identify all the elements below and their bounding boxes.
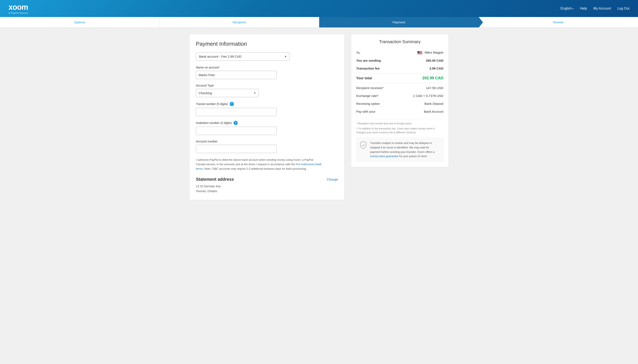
name-on-account-input[interactable] xyxy=(196,71,277,79)
account-type-group: Account Type Checking Savings xyxy=(196,84,338,97)
recipient-receives-value: 147.56 USD xyxy=(426,86,444,90)
fee-label: Transaction fee xyxy=(356,66,380,70)
account-type-select[interactable]: Checking Savings xyxy=(196,89,258,97)
account-number-label: Account number xyxy=(196,140,338,143)
xoom-logo: xoom xyxy=(8,3,28,12)
auth-text: I authorize PayPal to debit the above ba… xyxy=(196,158,324,171)
total-value: 202.99 CAD xyxy=(422,76,444,80)
account-number-group: Account number xyxy=(196,140,338,153)
header-nav: English ▾ Help My Account Log Out xyxy=(560,6,630,10)
main-content: Payment Information Bank account - Fee 2… xyxy=(181,28,457,206)
step-review[interactable]: Review xyxy=(479,17,638,28)
logo-text: xoom xyxy=(8,3,28,12)
step-review-label: Review xyxy=(553,20,564,24)
auth-text-after: . Note: CIBC accounts may require 2-3 ad… xyxy=(203,167,307,170)
paypal-sub-logo: A PayPal Service xyxy=(8,12,28,14)
payment-info-panel: Payment Information Bank account - Fee 2… xyxy=(189,34,344,200)
summary-pay-with-row: Pay with your Bank Account xyxy=(356,108,444,116)
institution-number-label: Institution number (3 digits) ? xyxy=(196,121,338,125)
guarantee-section: Transfers subject to review and may be d… xyxy=(356,138,444,162)
step-payment[interactable]: Payment xyxy=(319,17,479,28)
account-type-select-wrapper: Checking Savings xyxy=(196,89,258,97)
institution-number-input[interactable] xyxy=(196,127,277,135)
statement-title: Statement address xyxy=(196,177,234,182)
account-number-input[interactable] xyxy=(196,145,277,153)
my-account-link[interactable]: My Account xyxy=(593,6,611,10)
receiving-option-label: Receiving option xyxy=(356,102,380,106)
summary-exchange-row: Exchange rate† 1 CAD = 0.7378 USD xyxy=(356,92,444,100)
recipient-name: Miles Magpie xyxy=(425,50,444,54)
summary-fee-row: Transaction fee 2.99 CAD xyxy=(356,64,444,72)
log-out-link[interactable]: Log Out xyxy=(617,6,630,10)
exchange-rate-value: 1 CAD = 0.7378 USD xyxy=(413,94,444,98)
step-options[interactable]: Options xyxy=(0,17,160,28)
guarantee-text: Transfers subject to review and may be d… xyxy=(370,141,440,158)
logo-area: xoom A PayPal Service xyxy=(8,3,28,14)
name-on-account-group: Name on account xyxy=(196,66,338,79)
transaction-summary-panel: Transaction Summary To: Miles Magpie You… xyxy=(351,34,449,167)
step-recipient[interactable]: Recipient xyxy=(160,17,320,28)
step-options-label: Options xyxy=(74,20,85,24)
to-value: Miles Magpie xyxy=(417,50,444,54)
receiving-option-value: Bank Deposit xyxy=(424,102,444,106)
sending-value: 200.00 CAD xyxy=(426,59,444,62)
summary-total-row: Your total 202.99 CAD xyxy=(356,73,444,83)
footnote-2: † *In addition to the transaction fee, X… xyxy=(356,127,444,134)
account-type-label: Account Type xyxy=(196,84,338,87)
language-label: English xyxy=(560,6,572,10)
page-title: Payment Information xyxy=(196,40,338,47)
pay-with-value: Bank Account xyxy=(424,110,444,113)
transit-number-label: Transit number (5 digits) ? xyxy=(196,102,338,106)
shield-icon xyxy=(360,141,367,150)
statement-address: 13 St Germain Ave Toronto, Ontario xyxy=(196,184,338,194)
change-address-link[interactable]: Change xyxy=(327,178,338,181)
summary-receiving-option-row: Receiving option Bank Deposit xyxy=(356,100,444,108)
summary-to-row: To: Miles Magpie xyxy=(356,48,444,56)
sending-label: You are sending xyxy=(356,59,381,62)
statement-section: Statement address Change 13 St Germain A… xyxy=(196,177,338,194)
total-label: Your total xyxy=(356,76,372,80)
step-arrow-icon xyxy=(479,17,483,28)
to-label: To: xyxy=(356,51,360,54)
summary-title: Transaction Summary xyxy=(356,39,444,44)
address-line2: Toronto, Ontario xyxy=(196,189,338,194)
auth-text-before: I authorize PayPal to debit the above ba… xyxy=(196,158,313,166)
site-header: xoom A PayPal Service English ▾ Help My … xyxy=(0,0,638,17)
step-recipient-label: Recipient xyxy=(233,20,246,24)
summary-sending-row: You are sending 200.00 CAD xyxy=(356,56,444,64)
language-selector[interactable]: English ▾ xyxy=(560,6,574,10)
summary-recipient-row: Recipient receives* 147.56 USD xyxy=(356,84,444,92)
exchange-rate-label: Exchange rate† xyxy=(356,94,378,98)
transit-number-group: Transit number (5 digits) ? xyxy=(196,102,338,116)
statement-header: Statement address Change xyxy=(196,177,338,182)
transit-help-icon[interactable]: ? xyxy=(230,102,234,106)
pay-with-label: Pay with your xyxy=(356,110,375,113)
name-on-account-label: Name on account xyxy=(196,66,338,69)
footnote-1: * Recipient may receive less due to fore… xyxy=(356,122,444,126)
step-payment-label: Payment xyxy=(392,20,405,24)
institution-help-icon[interactable]: ? xyxy=(234,121,238,125)
money-back-guarantee-link[interactable]: money-back guarantee xyxy=(370,154,398,158)
help-link[interactable]: Help xyxy=(580,6,587,10)
footnote-section: * Recipient may receive less due to fore… xyxy=(356,119,444,134)
institution-number-group: Institution number (3 digits) ? xyxy=(196,121,338,135)
address-line1: 13 St Germain Ave xyxy=(196,184,338,188)
transit-number-input[interactable] xyxy=(196,108,277,116)
payment-method-select[interactable]: Bank account - Fee 2.99 CAD xyxy=(196,52,290,60)
language-caret-icon: ▾ xyxy=(572,8,574,10)
fee-value: 2.99 CAD xyxy=(429,66,444,70)
recipient-receives-label: Recipient receives* xyxy=(356,86,384,90)
progress-bar: Options Recipient Payment Review xyxy=(0,17,638,28)
payment-method-wrapper: Bank account - Fee 2.99 CAD xyxy=(196,52,290,60)
us-flag-icon xyxy=(417,51,422,54)
